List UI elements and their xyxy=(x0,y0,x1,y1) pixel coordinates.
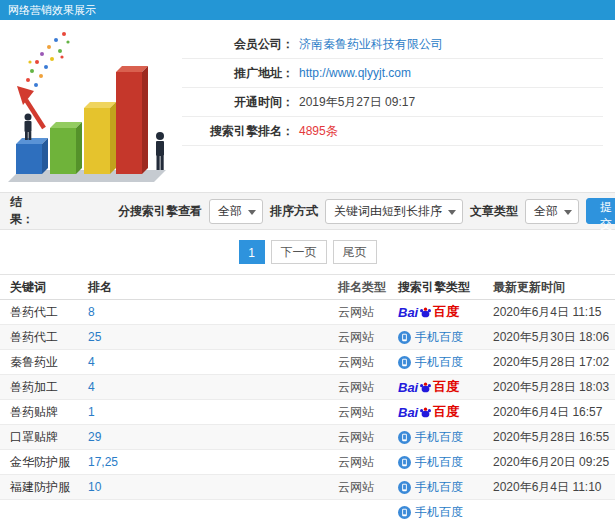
bar-chart-graphic xyxy=(2,24,178,184)
engine-filter-select[interactable]: 全部 xyxy=(209,199,263,224)
table-row: 兽药代工 25 云网站 手机百度 2020年5月30日 18:06 xyxy=(0,325,615,350)
last-page-button[interactable]: 尾页 xyxy=(333,240,377,264)
baidu-paw-icon xyxy=(419,381,432,394)
results-table: 关键词 排名 排名类型 搜索引擎类型 最新更新时间 兽药代工 8 云网站 Bai… xyxy=(0,274,615,520)
baidu-logo: Bai 百度 xyxy=(398,403,459,421)
table-row: 兽药加工 4 云网站 Bai 百度 2020年5月28日 18:03 xyxy=(0,375,615,400)
mobile-baidu-logo: 手机百度 xyxy=(398,429,463,446)
engine-cell: 手机百度 xyxy=(398,504,493,520)
keyword-cell: 秦鲁药业 xyxy=(10,354,88,371)
engine-cell: Bai 百度 xyxy=(398,378,493,396)
keyword-cell: 兽药贴牌 xyxy=(10,404,88,421)
filter-controls: 分搜索引擎查看 全部 排序方式 关键词由短到长排序 文章类型 全部 提交 xyxy=(118,198,615,224)
table-row: 金华防护服 17,25 云网站 手机百度 2020年6月20日 09:25 xyxy=(0,450,615,475)
rank-count-label: 搜索引擎排名： xyxy=(182,123,294,140)
baidu-paw-icon xyxy=(419,306,432,319)
updated-cell: 2020年6月4日 11:10 xyxy=(493,479,615,496)
next-page-button[interactable]: 下一页 xyxy=(271,240,327,264)
baidu-logo: Bai 百度 xyxy=(398,303,459,321)
rank-link[interactable]: 25 xyxy=(88,330,338,344)
info-row-url: 推广地址： http://www.qlyyjt.com xyxy=(182,59,603,88)
table-row: 福建防护服 10 云网站 手机百度 2020年6月4日 11:10 xyxy=(0,475,615,500)
mobile-baidu-logo: 手机百度 xyxy=(398,504,463,520)
company-link[interactable]: 济南秦鲁药业科技有限公司 xyxy=(299,36,443,53)
company-label: 会员公司： xyxy=(182,36,294,53)
keyword-cell: 兽药代工 xyxy=(10,329,88,346)
engine-cell: 手机百度 xyxy=(398,354,493,371)
header-updated: 最新更新时间 xyxy=(493,279,615,296)
header-rank: 排名 xyxy=(88,279,338,296)
sort-select[interactable]: 关键词由短到长排序 xyxy=(325,199,463,224)
confetti-dots xyxy=(26,32,70,87)
mobile-baidu-icon xyxy=(398,431,411,444)
person-silhouette-left xyxy=(25,114,32,141)
rank-type-cell: 云网站 xyxy=(338,304,398,321)
engine-filter-value: 全部 xyxy=(218,204,242,218)
updated-cell: 2020年5月28日 17:02 xyxy=(493,354,615,371)
mobile-baidu-icon xyxy=(398,331,411,344)
pagination: 1 下一页 尾页 xyxy=(0,230,615,274)
open-time-label: 开通时间： xyxy=(182,94,294,111)
mobile-baidu-icon xyxy=(398,456,411,469)
updated-cell: 2020年6月4日 16:57 xyxy=(493,404,615,421)
table-row: 秦鲁药业 4 云网站 手机百度 2020年5月28日 17:02 xyxy=(0,350,615,375)
info-row-rank-count: 搜索引擎排名： 4895条 xyxy=(182,117,603,146)
caret-down-icon xyxy=(248,210,256,215)
rank-link[interactable]: 10 xyxy=(88,480,338,494)
rank-type-cell: 云网站 xyxy=(338,479,398,496)
sort-label: 排序方式 xyxy=(270,203,318,220)
info-row-open-time: 开通时间： 2019年5月27日 09:17 xyxy=(182,88,603,117)
table-body: 兽药代工 8 云网站 Bai 百度 2020年6月4日 11:15 兽药代工 2… xyxy=(0,300,615,520)
table-header-row: 关键词 排名 排名类型 搜索引擎类型 最新更新时间 xyxy=(0,274,615,300)
baidu-paw-icon xyxy=(419,406,432,419)
sort-value: 关键词由短到长排序 xyxy=(334,204,442,218)
result-label: 结果： xyxy=(10,194,34,228)
submit-button[interactable]: 提交 xyxy=(586,198,615,224)
bar-yellow xyxy=(84,102,116,174)
keyword-cell: 福建防护服 xyxy=(10,479,88,496)
rank-type-cell: 云网站 xyxy=(338,429,398,446)
rank-type-cell: 云网站 xyxy=(338,454,398,471)
keyword-cell: 兽药代工 xyxy=(10,304,88,321)
rank-link[interactable]: 4 xyxy=(88,380,338,394)
header-rank-type: 排名类型 xyxy=(338,279,398,296)
engine-cell: 手机百度 xyxy=(398,329,493,346)
rank-type-cell: 云网站 xyxy=(338,404,398,421)
person-silhouette-right xyxy=(156,132,164,170)
mobile-baidu-icon xyxy=(398,481,411,494)
article-type-label: 文章类型 xyxy=(470,203,518,220)
page-number-current[interactable]: 1 xyxy=(239,240,265,264)
growth-chart-illustration xyxy=(0,20,182,188)
caret-down-icon xyxy=(564,210,572,215)
article-type-select[interactable]: 全部 xyxy=(525,199,579,224)
filter-bar: 结果： 分搜索引擎查看 全部 排序方式 关键词由短到长排序 文章类型 全部 提交 xyxy=(0,192,615,230)
member-info-panel: 会员公司： 济南秦鲁药业科技有限公司 推广地址： http://www.qlyy… xyxy=(182,20,615,188)
caret-down-icon xyxy=(448,210,456,215)
engine-filter-label: 分搜索引擎查看 xyxy=(118,203,202,220)
engine-cell: Bai 百度 xyxy=(398,403,493,421)
engine-cell: 手机百度 xyxy=(398,479,493,496)
bar-green xyxy=(50,122,82,174)
mobile-baidu-logo: 手机百度 xyxy=(398,354,463,371)
baidu-logo: Bai 百度 xyxy=(398,378,459,396)
rank-link[interactable]: 29 xyxy=(88,430,338,444)
header-engine-type: 搜索引擎类型 xyxy=(398,279,493,296)
table-row: 兽药代工 8 云网站 Bai 百度 2020年6月4日 11:15 xyxy=(0,300,615,325)
rank-link[interactable]: 17,25 xyxy=(88,455,338,469)
page-title: 网络营销效果展示 xyxy=(8,4,96,16)
rank-type-cell: 云网站 xyxy=(338,329,398,346)
rank-link[interactable]: 4 xyxy=(88,355,338,369)
rank-type-cell: 云网站 xyxy=(338,354,398,371)
titlebar: 网络营销效果展示 xyxy=(0,0,615,20)
promo-url-label: 推广地址： xyxy=(182,65,294,82)
promo-url-link[interactable]: http://www.qlyyjt.com xyxy=(299,66,411,80)
mobile-baidu-icon xyxy=(398,506,411,519)
table-row-partial: 手机百度 xyxy=(0,500,615,520)
keyword-cell: 金华防护服 xyxy=(10,454,88,471)
rank-link[interactable]: 1 xyxy=(88,405,338,419)
updated-cell: 2020年5月28日 16:55 xyxy=(493,429,615,446)
bar-red xyxy=(116,66,148,174)
engine-cell: Bai 百度 xyxy=(398,303,493,321)
rank-link[interactable]: 8 xyxy=(88,305,338,319)
summary-section: 会员公司： 济南秦鲁药业科技有限公司 推广地址： http://www.qlyy… xyxy=(0,20,615,188)
